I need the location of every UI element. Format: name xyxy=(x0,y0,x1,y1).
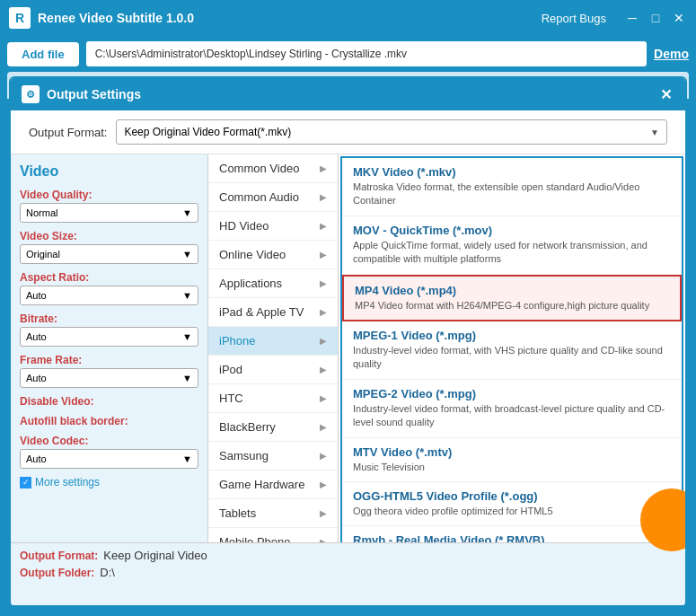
add-file-button[interactable]: Add file xyxy=(7,42,79,66)
category-item-samsung[interactable]: Samsung ▶ xyxy=(208,442,338,471)
bottom-output-format-row: Output Format: Keep Original Video xyxy=(20,549,676,562)
category-item-ipad[interactable]: iPad & Apple TV ▶ xyxy=(208,298,338,327)
modal-icon-symbol: ⚙ xyxy=(26,89,35,101)
minimize-button[interactable]: ─ xyxy=(624,10,640,26)
category-arrow-common-video: ▶ xyxy=(320,163,327,173)
video-codec-label: Video Codec: xyxy=(20,435,198,447)
aspect-ratio-label: Aspect Ratio: xyxy=(20,271,198,284)
bitrate-control[interactable]: Auto ▼ xyxy=(20,327,198,347)
format-title-mpeg1: MPEG-1 Video (*.mpg) xyxy=(353,329,671,342)
category-arrow-samsung: ▶ xyxy=(320,451,327,461)
frame-rate-label: Frame Rate: xyxy=(20,354,198,366)
frame-rate-control[interactable]: Auto ▼ xyxy=(20,368,198,388)
category-arrow-htc: ▶ xyxy=(320,393,327,403)
modal-icon: ⚙ xyxy=(22,85,40,103)
format-item-mov[interactable]: MOV - QuickTime (*.mov) Apple QuickTime … xyxy=(342,216,682,275)
video-size-control[interactable]: Original ▼ xyxy=(20,244,198,264)
video-size-row: Video Size: Original ▼ xyxy=(20,230,198,264)
output-format-label: Output Format: xyxy=(29,126,107,139)
bitrate-label: Bitrate: xyxy=(20,312,198,325)
category-label-tablets: Tablets xyxy=(219,506,256,520)
bottom-output-folder-value: D:\ xyxy=(100,566,115,579)
format-desc-mtv: Music Television xyxy=(353,461,671,474)
format-list: MKV Video (*.mkv) Matroska Video format,… xyxy=(340,156,683,581)
category-arrow-game-hardware: ▶ xyxy=(320,480,327,489)
video-codec-control[interactable]: Auto ▼ xyxy=(20,449,198,469)
category-label-samsung: Samsung xyxy=(219,449,269,462)
video-quality-value: Normal xyxy=(26,207,57,218)
frame-rate-arrow: ▼ xyxy=(182,373,192,383)
format-title-ogg: OGG-HTML5 Video Profile (*.ogg) xyxy=(353,489,671,503)
category-label-iphone: iPhone xyxy=(219,334,255,348)
category-label-applications: Applications xyxy=(219,277,282,290)
category-label-common-audio: Common Audio xyxy=(219,190,299,204)
format-item-mkv[interactable]: MKV Video (*.mkv) Matroska Video format,… xyxy=(342,158,682,216)
video-size-value: Original xyxy=(26,249,60,260)
bitrate-value: Auto xyxy=(26,331,47,342)
category-item-online-video[interactable]: Online Video ▶ xyxy=(208,241,338,269)
autofill-row: Autofill black border: xyxy=(20,415,198,427)
format-item-ogg[interactable]: OGG-HTML5 Video Profile (*.ogg) Ogg theo… xyxy=(342,482,682,526)
category-label-common-video: Common Video xyxy=(219,162,299,175)
output-format-value: Keep Original Video Format(*.mkv) xyxy=(124,126,291,138)
category-arrow-tablets: ▶ xyxy=(320,508,327,518)
select-arrow-icon: ▼ xyxy=(650,128,659,137)
category-item-ipod[interactable]: iPod ▶ xyxy=(208,356,338,384)
format-title-mpeg2: MPEG-2 Video (*.mpg) xyxy=(353,387,671,400)
format-item-mtv[interactable]: MTV Video (*.mtv) Music Television xyxy=(342,438,682,482)
video-quality-arrow: ▼ xyxy=(182,207,192,218)
category-item-common-audio[interactable]: Common Audio ▶ xyxy=(208,183,338,212)
category-label-game-hardware: Game Hardware xyxy=(219,478,304,491)
format-desc-mpeg1: Industry-level video format, with VHS pi… xyxy=(353,344,671,372)
bottom-output-format-value: Keep Original Video xyxy=(103,549,207,562)
demo-button[interactable]: Demo xyxy=(654,47,689,61)
more-settings-checkbox[interactable]: ✓ xyxy=(20,477,31,488)
output-format-row: Output Format: Keep Original Video Forma… xyxy=(11,110,685,154)
close-button[interactable]: ✕ xyxy=(671,10,687,26)
format-desc-ogg: Ogg theora video profile optimized for H… xyxy=(353,505,671,518)
modal-title: Output Settings xyxy=(47,87,656,101)
app-icon: R xyxy=(9,7,31,29)
format-title-mp4: MP4 Video (*.mp4) xyxy=(355,284,669,297)
format-desc-mov: Apple QuickTime format, widely used for … xyxy=(353,239,671,267)
category-item-game-hardware[interactable]: Game Hardware ▶ xyxy=(208,471,338,499)
video-codec-row: Video Codec: Auto ▼ xyxy=(20,435,198,469)
video-quality-control[interactable]: Normal ▼ xyxy=(20,203,198,223)
category-item-applications[interactable]: Applications ▶ xyxy=(208,269,338,298)
category-arrow-blackberry: ▶ xyxy=(320,422,327,432)
title-bar: R Renee Video Subtitle 1.0.0 Report Bugs… xyxy=(0,0,696,36)
video-quality-label: Video Quality: xyxy=(20,189,198,201)
file-path-display: C:\Users\Administrator\Desktop\Lindsey S… xyxy=(86,41,647,66)
bitrate-row: Bitrate: Auto ▼ xyxy=(20,312,198,347)
modal-header: ⚙ Output Settings ✕ xyxy=(11,78,685,110)
format-item-mpeg1[interactable]: MPEG-1 Video (*.mpg) Industry-level vide… xyxy=(342,321,682,380)
aspect-ratio-arrow: ▼ xyxy=(182,290,192,301)
bottom-bar: Output Format: Keep Original Video Outpu… xyxy=(11,542,685,605)
category-item-iphone[interactable]: iPhone ▶ xyxy=(208,327,338,356)
output-format-select[interactable]: Keep Original Video Format(*.mkv) ▼ xyxy=(116,119,667,145)
aspect-ratio-value: Auto xyxy=(26,290,47,301)
more-settings-row[interactable]: ✓ More settings xyxy=(20,476,198,488)
category-item-htc[interactable]: HTC ▶ xyxy=(208,384,338,413)
category-label-hd-video: HD Video xyxy=(219,219,269,233)
format-item-mp4[interactable]: MP4 Video (*.mp4) MP4 Video format with … xyxy=(342,275,682,321)
output-settings-modal: ⚙ Output Settings ✕ Output Format: Keep … xyxy=(9,76,687,607)
modal-close-button[interactable]: ✕ xyxy=(656,85,674,103)
more-settings-label: More settings xyxy=(35,476,100,488)
category-arrow-iphone: ▶ xyxy=(320,336,327,346)
autofill-label: Autofill black border: xyxy=(20,415,198,427)
category-arrow-ipad: ▶ xyxy=(320,307,327,317)
format-desc-mp4: MP4 Video format with H264/MPEG-4 config… xyxy=(355,299,669,312)
category-item-blackberry[interactable]: BlackBerry ▶ xyxy=(208,413,338,442)
report-bugs-link[interactable]: Report Bugs xyxy=(542,12,606,25)
category-item-common-video[interactable]: Common Video ▶ xyxy=(208,154,338,183)
restore-button[interactable]: □ xyxy=(648,10,664,26)
category-item-hd-video[interactable]: HD Video ▶ xyxy=(208,212,338,241)
toolbar: Add file C:\Users\Administrator\Desktop\… xyxy=(0,36,696,72)
aspect-ratio-control[interactable]: Auto ▼ xyxy=(20,286,198,305)
format-desc-mkv: Matroska Video format, the extensible op… xyxy=(353,180,671,208)
format-item-mpeg2[interactable]: MPEG-2 Video (*.mpg) Industry-level vide… xyxy=(342,380,682,438)
video-codec-value: Auto xyxy=(26,453,47,464)
category-item-tablets[interactable]: Tablets ▶ xyxy=(208,499,338,528)
category-arrow-common-audio: ▶ xyxy=(320,192,327,202)
